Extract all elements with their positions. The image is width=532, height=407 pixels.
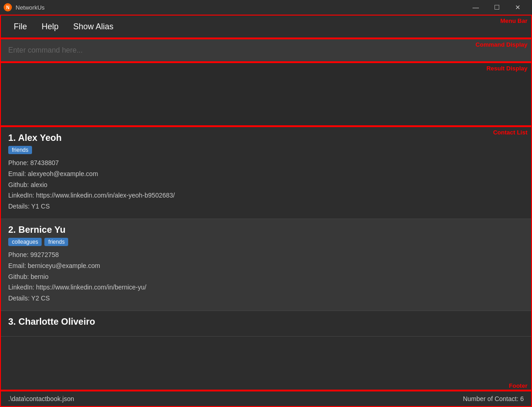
contact-tags: colleaguesfriends [8, 238, 524, 246]
contact-detail: Phone: 99272758Email: berniceyu@example.… [8, 250, 524, 304]
menu-item-show-alias[interactable]: Show Alias [66, 18, 121, 35]
contact-name: 2. Bernice Yu [8, 225, 524, 235]
contact-item: 1. Alex YeohfriendsPhone: 87438807Email:… [1, 127, 531, 219]
command-display-annotation: Command Display [476, 41, 527, 48]
contact-tags: friends [8, 146, 524, 154]
contact-item: 3. Charlotte Oliveiro [1, 311, 531, 337]
app-title: NetworkUs [16, 4, 45, 11]
contact-tag[interactable]: friends [44, 238, 68, 246]
contact-tag[interactable]: colleagues [8, 238, 42, 246]
contact-item: 2. Bernice YucolleaguesfriendsPhone: 992… [1, 219, 531, 311]
title-bar: N NetworkUs — ☐ ✕ [0, 0, 532, 15]
contact-list-scroll[interactable]: 1. Alex YeohfriendsPhone: 87438807Email:… [1, 127, 531, 390]
result-display: Result Display [0, 62, 532, 126]
title-bar-controls: — ☐ ✕ [465, 0, 528, 15]
contact-tag[interactable]: friends [8, 146, 32, 154]
app-icon: N [4, 3, 12, 11]
menu-item-help[interactable]: Help [34, 18, 66, 35]
menu-bar: Menu Bar File Help Show Alias [0, 15, 532, 38]
contact-detail: Phone: 87438807Email: alexyeoh@example.c… [8, 158, 524, 212]
menu-bar-annotation: Menu Bar [500, 17, 527, 24]
contact-name: 3. Charlotte Oliveiro [8, 316, 524, 327]
footer-contact-count: Number of Contact: 6 [463, 395, 524, 402]
command-display: Command Display [0, 38, 532, 62]
contact-name: 1. Alex Yeoh [8, 133, 524, 143]
close-button[interactable]: ✕ [507, 0, 528, 15]
title-bar-left: N NetworkUs [4, 3, 45, 11]
menu-item-file[interactable]: File [6, 18, 34, 35]
contact-list-annotation: Contact List [493, 129, 527, 136]
minimize-button[interactable]: — [465, 0, 486, 15]
footer-path: .\data\contactbook.json [8, 395, 74, 402]
command-input[interactable] [1, 39, 531, 61]
contact-list-area: Contact List 1. Alex YeohfriendsPhone: 8… [0, 126, 532, 391]
footer-annotation: Footer [509, 382, 527, 389]
maximize-button[interactable]: ☐ [486, 0, 507, 15]
result-display-annotation: Result Display [486, 65, 527, 72]
footer: Footer .\data\contactbook.json Number of… [0, 391, 532, 407]
